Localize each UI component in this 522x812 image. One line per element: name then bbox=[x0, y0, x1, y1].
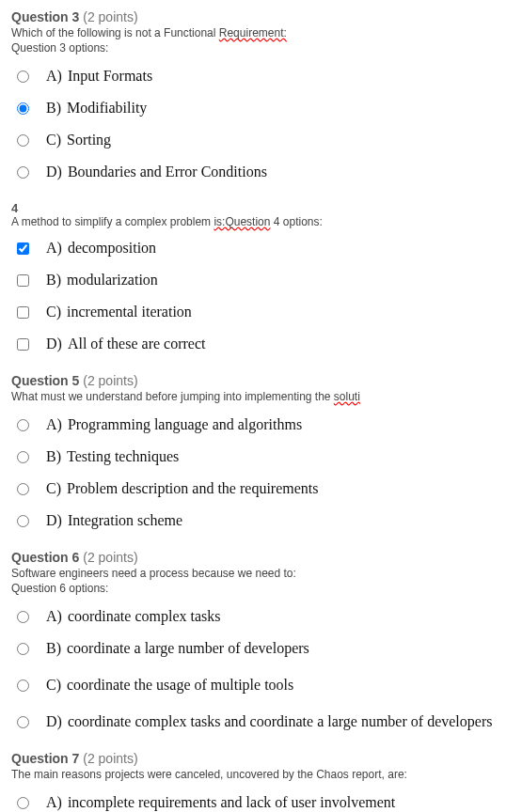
q5-title: Question 5 bbox=[11, 373, 79, 388]
option-letter: C) bbox=[46, 132, 61, 148]
q6-text: Software engineers need a process becaus… bbox=[11, 567, 511, 580]
q3-points: (2 points) bbox=[83, 9, 137, 24]
checkbox-input[interactable] bbox=[17, 274, 29, 287]
option-text: coordinate complex tasks and coordinate … bbox=[68, 713, 493, 730]
option-row: A)coordinate complex tasks bbox=[11, 601, 511, 632]
option-row: B)modularization bbox=[11, 264, 511, 296]
q3-text: Which of the following is not a Function… bbox=[11, 26, 511, 39]
radio-input[interactable] bbox=[17, 643, 29, 655]
option-letter: A) bbox=[46, 794, 62, 811]
option-letter: B) bbox=[46, 100, 61, 117]
option-letter: C) bbox=[46, 304, 61, 320]
option-text: coordinate a large number of developers bbox=[67, 640, 309, 657]
q6-header: Question 6 (2 points) bbox=[11, 550, 511, 565]
q6-options: A)coordinate complex tasksB)coordinate a… bbox=[11, 601, 511, 738]
q3-text-before: Which of the following is not a Function… bbox=[11, 26, 219, 39]
radio-input[interactable] bbox=[17, 483, 29, 495]
option-text: Sorting bbox=[67, 132, 111, 148]
q4-text-before: A method to simplify a complex problem bbox=[11, 215, 214, 228]
radio-input[interactable] bbox=[17, 515, 29, 527]
option-text: Integration scheme bbox=[68, 512, 182, 529]
option-text: Testing techniques bbox=[67, 448, 179, 465]
q3-title: Question 3 bbox=[11, 9, 79, 24]
option-row: D)Boundaries and Error Conditions bbox=[11, 156, 511, 188]
radio-input[interactable] bbox=[17, 611, 29, 623]
option-text: modularization bbox=[67, 272, 158, 289]
option-row: C)Problem description and the requiremen… bbox=[11, 473, 511, 505]
option-row: C)Sorting bbox=[11, 124, 511, 156]
q7-header: Question 7 (2 points) bbox=[11, 751, 511, 766]
q5-options: A)Programming language and algorithmsB)T… bbox=[11, 409, 511, 537]
q3-text-spell: Requirement: bbox=[219, 26, 287, 39]
option-letter: D) bbox=[46, 713, 62, 730]
q3-header: Question 3 (2 points) bbox=[11, 9, 511, 24]
option-letter: D) bbox=[46, 336, 62, 352]
option-text: Problem description and the requirements bbox=[67, 480, 318, 497]
option-row: B)Testing techniques bbox=[11, 441, 511, 473]
q6-title: Question 6 bbox=[11, 550, 79, 565]
option-text: All of these are correct bbox=[68, 336, 206, 352]
radio-input[interactable] bbox=[17, 797, 29, 809]
radio-input[interactable] bbox=[17, 166, 29, 179]
option-text: coordinate complex tasks bbox=[68, 608, 221, 625]
option-text: Input Formats bbox=[68, 68, 152, 85]
option-row: A)decomposition bbox=[11, 232, 511, 264]
q5-points: (2 points) bbox=[83, 373, 137, 388]
option-letter: A) bbox=[46, 240, 62, 257]
option-row: A)Input Formats bbox=[11, 60, 511, 92]
q3-options-label: Question 3 options: bbox=[11, 41, 511, 55]
option-text: Modifiability bbox=[67, 100, 147, 117]
option-row: D)All of these are correct bbox=[11, 328, 511, 360]
q5-text: What must we understand before jumping i… bbox=[11, 390, 511, 403]
option-row: D)Integration scheme bbox=[11, 505, 511, 537]
q4-text-spell: is:Question bbox=[214, 215, 270, 228]
q4-options: A)decompositionB)modularizationC)increme… bbox=[11, 232, 511, 360]
radio-input[interactable] bbox=[17, 716, 29, 728]
option-text: incomplete requirements and lack of user… bbox=[68, 794, 395, 811]
option-text: Programming language and algorithms bbox=[68, 416, 302, 433]
radio-input[interactable] bbox=[17, 419, 29, 431]
option-row: D)coordinate complex tasks and coordinat… bbox=[11, 706, 511, 738]
option-letter: A) bbox=[46, 416, 62, 433]
option-text: incremental iteration bbox=[67, 304, 192, 320]
option-row: C)incremental iteration bbox=[11, 296, 511, 328]
option-letter: A) bbox=[46, 68, 62, 85]
q4-text: A method to simplify a complex problem i… bbox=[11, 215, 511, 228]
option-letter: C) bbox=[46, 677, 61, 694]
option-text: decomposition bbox=[68, 240, 156, 257]
radio-input[interactable] bbox=[17, 102, 29, 115]
q7-title: Question 7 bbox=[11, 751, 79, 766]
option-text: coordinate the usage of multiple tools bbox=[67, 677, 293, 694]
q7-text: The main reasons projects were canceled,… bbox=[11, 768, 511, 781]
option-letter: D) bbox=[46, 164, 62, 180]
option-letter: B) bbox=[46, 272, 61, 289]
q7-options: A)incomplete requirements and lack of us… bbox=[11, 787, 511, 812]
option-letter: C) bbox=[46, 480, 61, 497]
option-row: A)incomplete requirements and lack of us… bbox=[11, 787, 511, 812]
q4-num: 4 bbox=[11, 201, 511, 215]
option-row: C)coordinate the usage of multiple tools bbox=[11, 664, 511, 706]
radio-input[interactable] bbox=[17, 679, 29, 692]
option-row: B)Modifiability bbox=[11, 92, 511, 124]
q5-text-spell: soluti bbox=[334, 390, 360, 403]
q6-options-label: Question 6 options: bbox=[11, 582, 511, 595]
checkbox-input[interactable] bbox=[17, 306, 29, 319]
radio-input[interactable] bbox=[17, 134, 29, 147]
q5-text-before: What must we understand before jumping i… bbox=[11, 390, 334, 403]
option-letter: B) bbox=[46, 640, 61, 657]
q7-points: (2 points) bbox=[83, 751, 137, 766]
q5-header: Question 5 (2 points) bbox=[11, 373, 511, 388]
radio-input[interactable] bbox=[17, 70, 29, 83]
checkbox-input[interactable] bbox=[17, 242, 29, 255]
q6-points: (2 points) bbox=[83, 550, 137, 565]
option-text: Boundaries and Error Conditions bbox=[68, 164, 267, 180]
option-letter: A) bbox=[46, 608, 62, 625]
q4-text-after: 4 options: bbox=[270, 215, 322, 228]
option-row: A)Programming language and algorithms bbox=[11, 409, 511, 441]
option-row: B)coordinate a large number of developer… bbox=[11, 632, 511, 664]
radio-input[interactable] bbox=[17, 451, 29, 463]
q3-options: A)Input FormatsB)ModifiabilityC)SortingD… bbox=[11, 60, 511, 188]
option-letter: B) bbox=[46, 448, 61, 465]
checkbox-input[interactable] bbox=[17, 338, 29, 351]
option-letter: D) bbox=[46, 512, 62, 529]
